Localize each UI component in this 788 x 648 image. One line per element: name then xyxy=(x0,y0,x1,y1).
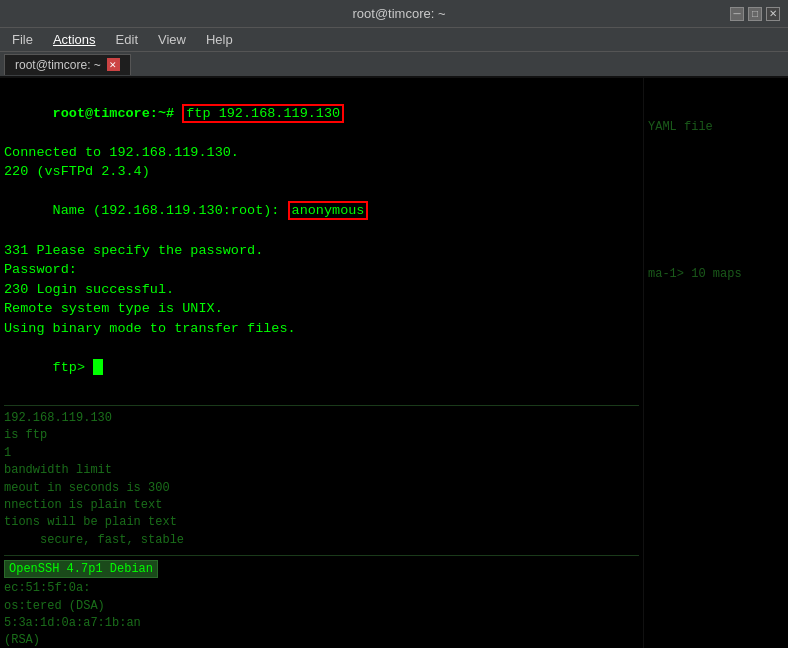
name-prompt-text: Name (192.168.119.130:root): xyxy=(53,203,288,218)
rp-line-2 xyxy=(648,101,784,118)
rp-line-7 xyxy=(648,188,784,205)
dim-line-8: secure, fast, stable xyxy=(4,532,639,549)
terminal-line-2: Connected to 192.168.119.130. xyxy=(4,143,639,163)
ssh-section: OpenSSH 4.7p1 Debian ec:51:5f:0a: os:ter… xyxy=(4,555,639,648)
anonymous-highlight: anonymous xyxy=(288,201,369,220)
terminal-main[interactable]: root@timcore:~# ftp 192.168.119.130 Conn… xyxy=(0,78,643,648)
maximize-button[interactable]: □ xyxy=(748,7,762,21)
dim-line-2: is ftp xyxy=(4,427,639,444)
ssh-fingerprint-3: 5:3a:1d:0a:a7:1b:an xyxy=(4,615,639,632)
dim-line-4: bandwidth limit xyxy=(4,462,639,479)
ftp-command-highlight: ftp 192.168.119.130 xyxy=(182,104,344,123)
rp-line-6 xyxy=(648,171,784,188)
dim-line-7: tions will be plain text xyxy=(4,514,639,531)
minimize-button[interactable]: ─ xyxy=(730,7,744,21)
terminal-line-6: Password: xyxy=(4,260,639,280)
rp-line-5 xyxy=(648,154,784,171)
terminal-line-5: 331 Please specify the password. xyxy=(4,241,639,261)
window-title: root@timcore: ~ xyxy=(68,6,730,21)
terminal-tab[interactable]: root@timcore: ~ ✕ xyxy=(4,54,131,75)
title-bar: root@timcore: ~ ─ □ ✕ xyxy=(0,0,788,28)
tab-close-button[interactable]: ✕ xyxy=(107,58,120,71)
ssh-fingerprint-2: os:tered (DSA) xyxy=(4,598,639,615)
tab-label: root@timcore: ~ xyxy=(15,58,101,72)
menu-help[interactable]: Help xyxy=(198,30,241,49)
ssh-fingerprint-4: (RSA) xyxy=(4,632,639,648)
tab-bar: root@timcore: ~ ✕ xyxy=(0,52,788,78)
dim-line-6: nnection is plain text xyxy=(4,497,639,514)
rp-line-4 xyxy=(648,136,784,153)
ssh-fingerprint-1: ec:51:5f:0a: xyxy=(4,580,639,597)
terminal-line-10: ftp> xyxy=(4,338,639,397)
dim-line-5: meout in seconds is 300 xyxy=(4,480,639,497)
rp-clicky: ma-1> 10 maps xyxy=(648,266,784,283)
terminal-line-1: root@timcore:~# ftp 192.168.119.130 xyxy=(4,84,639,143)
right-panel-content: YAML file ma-1> 10 maps xyxy=(648,84,784,283)
close-button[interactable]: ✕ xyxy=(766,7,780,21)
rp-line-1 xyxy=(648,84,784,101)
terminal-cursor xyxy=(93,359,103,375)
rp-yaml: YAML file xyxy=(648,119,784,136)
menu-edit[interactable]: Edit xyxy=(108,30,146,49)
terminal-line-3: 220 (vsFTPd 2.3.4) xyxy=(4,162,639,182)
menu-actions[interactable]: Actions xyxy=(45,30,104,49)
window-controls: ─ □ ✕ xyxy=(730,7,780,21)
menu-file[interactable]: File xyxy=(4,30,41,49)
menu-view[interactable]: View xyxy=(150,30,194,49)
dim-line-3: 1 xyxy=(4,445,639,462)
dim-line-1: 192.168.119.130 xyxy=(4,410,639,427)
openssh-banner: OpenSSH 4.7p1 Debian xyxy=(4,560,158,578)
ftp-prompt: ftp> xyxy=(53,360,94,375)
terminal-line-8: Remote system type is UNIX. xyxy=(4,299,639,319)
terminal-line-9: Using binary mode to transfer files. xyxy=(4,319,639,339)
right-panel: YAML file ma-1> 10 maps xyxy=(643,78,788,648)
lower-section: 192.168.119.130 is ftp 1 bandwidth limit… xyxy=(4,405,639,648)
terminal-line-4: Name (192.168.119.130:root): anonymous xyxy=(4,182,639,241)
terminal-window[interactable]: root@timcore:~# ftp 192.168.119.130 Conn… xyxy=(0,78,788,648)
menu-bar: File Actions Edit View Help xyxy=(0,28,788,52)
prompt-root: root@timcore:~# xyxy=(53,106,183,121)
terminal-line-7: 230 Login successful. xyxy=(4,280,639,300)
